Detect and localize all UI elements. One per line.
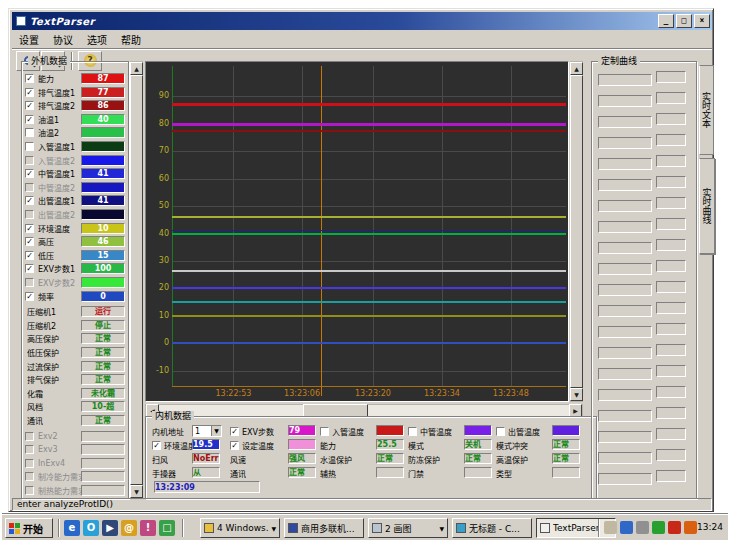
ie-icon[interactable]: e	[64, 520, 80, 536]
curve-name-field[interactable]	[598, 326, 652, 338]
curve-name-field[interactable]	[598, 74, 652, 86]
curve-name-field[interactable]	[598, 368, 652, 380]
curve-name-field[interactable]	[598, 158, 652, 170]
checkbox[interactable]: ✓	[152, 441, 161, 450]
chart-vscroll-down-arrow[interactable]: ▼	[570, 388, 583, 401]
messenger-icon[interactable]: O	[83, 520, 99, 536]
curve-value-field[interactable]	[656, 302, 686, 314]
task-button-2[interactable]: 商用多联机...	[284, 518, 364, 538]
curve-value-field[interactable]	[656, 407, 686, 419]
curve-name-field[interactable]	[598, 137, 652, 149]
curve-value-field[interactable]	[656, 239, 686, 251]
show-desktop-icon[interactable]: □	[159, 520, 175, 536]
security-icon[interactable]: !	[140, 520, 156, 536]
checkbox[interactable]: ✓	[25, 74, 34, 83]
task-button-1[interactable]: 4 Windows...▼	[200, 518, 280, 538]
side-tab-2[interactable]: 实时曲线	[699, 158, 715, 254]
curve-name-field[interactable]	[598, 389, 652, 401]
curve-name-field[interactable]	[598, 452, 652, 464]
curve-value-field[interactable]	[656, 113, 686, 125]
curve-name-field[interactable]	[598, 116, 652, 128]
checkbox[interactable]	[25, 432, 34, 441]
chart-vertical-scrollbar[interactable]: ▲▼	[570, 61, 583, 402]
checkbox[interactable]	[25, 486, 34, 495]
checkbox[interactable]	[25, 278, 34, 287]
curve-value-field[interactable]	[656, 386, 686, 398]
checkbox[interactable]: ✓	[25, 169, 34, 178]
curve-value-field[interactable]	[656, 176, 686, 188]
volume-icon[interactable]	[636, 521, 649, 534]
curve-name-field[interactable]	[598, 431, 652, 443]
minimize-button[interactable]: _	[658, 14, 674, 28]
curve-name-field[interactable]	[598, 347, 652, 359]
curve-value-field[interactable]	[656, 281, 686, 293]
media-player-icon[interactable]: ▶	[102, 520, 118, 536]
mail-icon[interactable]: @	[121, 520, 137, 536]
checkbox[interactable]	[408, 427, 417, 436]
menu-item-1[interactable]: 协议	[46, 30, 80, 49]
menu-item-3[interactable]: 帮助	[114, 30, 148, 49]
curve-value-field[interactable]	[656, 470, 686, 482]
checkbox[interactable]	[320, 427, 329, 436]
task-button-3[interactable]: 2 画图▼	[368, 518, 448, 538]
curve-name-field[interactable]	[598, 473, 652, 485]
sidebar-scroll-down-arrow[interactable]: ▼	[130, 485, 143, 498]
curve-name-field[interactable]	[598, 242, 652, 254]
curve-value-field[interactable]	[656, 134, 686, 146]
checkbox[interactable]	[25, 156, 34, 165]
sidebar-scroll-thumb[interactable]	[130, 75, 143, 485]
chart-vscroll-thumb[interactable]	[570, 75, 583, 388]
sidebar-scrollbar[interactable]: ▲▼	[130, 61, 143, 499]
alert-icon[interactable]	[668, 521, 681, 534]
menu-item-2[interactable]: 选项	[80, 30, 114, 49]
curve-value-field[interactable]	[656, 218, 686, 230]
chart-vscroll-up-arrow[interactable]: ▲	[570, 62, 583, 75]
checkbox[interactable]	[25, 459, 34, 468]
sidebar-scroll-up-arrow[interactable]: ▲	[130, 62, 143, 75]
checkbox[interactable]: ✓	[25, 237, 34, 246]
close-button[interactable]: ×	[694, 14, 710, 28]
checkbox[interactable]	[496, 427, 505, 436]
curve-value-field[interactable]	[656, 260, 686, 272]
curve-value-field[interactable]	[656, 71, 686, 83]
dropdown-arrow-icon[interactable]: ▼	[211, 426, 221, 436]
checkbox[interactable]	[25, 210, 34, 219]
curve-value-field[interactable]	[656, 344, 686, 356]
checkbox[interactable]	[25, 183, 34, 192]
curve-value-field[interactable]	[656, 428, 686, 440]
curve-name-field[interactable]	[598, 305, 652, 317]
curve-name-field[interactable]	[598, 179, 652, 191]
chart-plot-area[interactable]	[172, 66, 566, 386]
curve-name-field[interactable]	[598, 284, 652, 296]
curve-value-field[interactable]	[656, 449, 686, 461]
curve-name-field[interactable]	[598, 200, 652, 212]
checkbox[interactable]	[25, 142, 34, 151]
checkbox[interactable]: ✓	[25, 264, 34, 273]
indoor-address-dropdown[interactable]: 1▼	[192, 425, 222, 437]
checkbox[interactable]: ✓	[25, 88, 34, 97]
title-bar[interactable]: TextParser _ □ ×	[12, 12, 712, 30]
checkbox[interactable]: ✓	[25, 196, 34, 205]
checkbox[interactable]	[25, 472, 34, 481]
checkbox[interactable]	[25, 128, 34, 137]
antivirus-icon[interactable]	[652, 521, 665, 534]
menu-item-0[interactable]: 设置	[12, 30, 46, 49]
checkbox[interactable]: ✓	[25, 224, 34, 233]
curve-value-field[interactable]	[656, 323, 686, 335]
checkbox[interactable]: ✓	[230, 441, 239, 450]
checkbox[interactable]: ✓	[25, 115, 34, 124]
checkbox[interactable]	[25, 445, 34, 454]
curve-value-field[interactable]	[656, 155, 686, 167]
start-button[interactable]: 开始	[5, 518, 53, 538]
checkbox[interactable]: ✓	[25, 292, 34, 301]
update-icon[interactable]	[684, 521, 697, 534]
curve-value-field[interactable]	[656, 92, 686, 104]
checkbox[interactable]: ✓	[230, 427, 239, 436]
printer-icon[interactable]	[604, 521, 617, 534]
curve-name-field[interactable]	[598, 95, 652, 107]
checkbox[interactable]: ✓	[25, 101, 34, 110]
curve-name-field[interactable]	[598, 221, 652, 233]
checkbox[interactable]: ✓	[25, 251, 34, 260]
maximize-button[interactable]: □	[676, 14, 692, 28]
task-button-4[interactable]: 无标题 - C...	[452, 518, 532, 538]
